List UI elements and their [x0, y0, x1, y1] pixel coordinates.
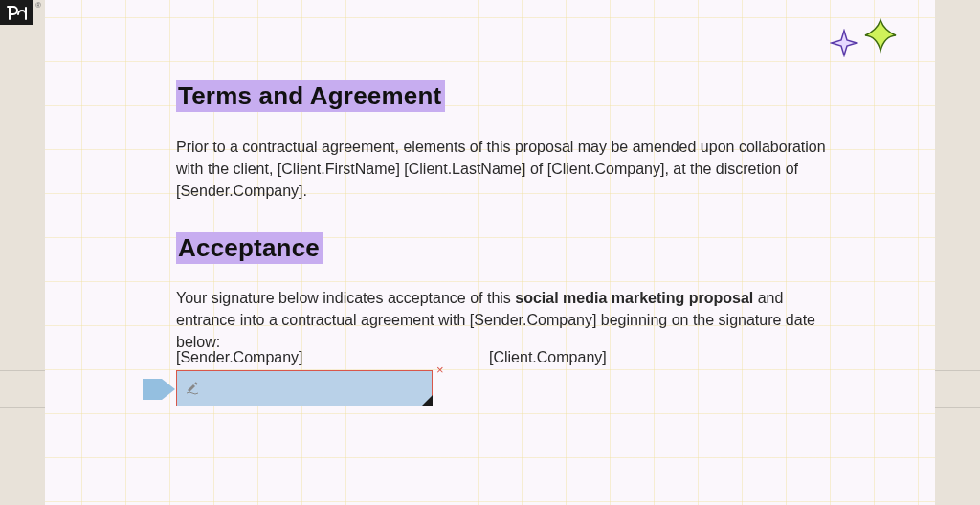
registered-mark: ®: [35, 1, 40, 10]
signature-field[interactable]: [176, 370, 433, 406]
token-sender-company[interactable]: [Sender.Company]: [176, 183, 303, 199]
signature-label-sender: [Sender.Company]: [176, 349, 303, 366]
sparkle-icon: [830, 29, 858, 57]
token-client-company[interactable]: [Client.Company]: [547, 161, 665, 177]
heading-acceptance: Acceptance: [176, 232, 323, 264]
token-client-name[interactable]: [Client.FirstName] [Client.LastName]: [278, 161, 526, 177]
resize-handle-icon[interactable]: [421, 395, 433, 406]
paragraph-acceptance: Your signature below indicates acceptanc…: [176, 287, 830, 354]
signature-icon: [185, 378, 204, 399]
app-logo: ®: [0, 0, 33, 25]
bold-proposal-name: social media marketing proposal: [515, 290, 753, 306]
heading-highlight: Acceptance: [176, 232, 323, 264]
heading-highlight: Terms and Agreement: [176, 80, 445, 112]
content-column: Terms and Agreement Prior to a contractu…: [176, 0, 830, 505]
paragraph-terms: Prior to a contractual agreement, elemen…: [176, 136, 830, 203]
signature-label-client: [Client.Company]: [489, 349, 607, 366]
heading-terms: Terms and Agreement: [176, 80, 445, 112]
token-sender-company[interactable]: [Sender.Company]: [470, 312, 597, 328]
sparkle-icon: [862, 17, 899, 54]
remove-field-button[interactable]: ×: [436, 363, 444, 376]
document-canvas[interactable]: Terms and Agreement Prior to a contractu…: [45, 0, 935, 505]
active-field-indicator-icon: [143, 379, 175, 400]
